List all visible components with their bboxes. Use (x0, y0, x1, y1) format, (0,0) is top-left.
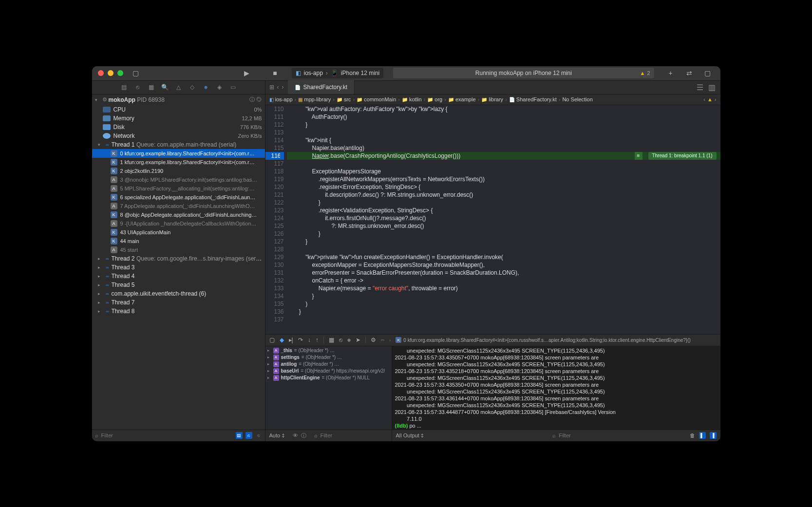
environment-icon[interactable]: ⎈ (347, 337, 351, 343)
thread-4-row[interactable]: ▸⎓Thread 4 (92, 272, 265, 281)
minimap-icon[interactable]: ☰ (697, 83, 703, 92)
thread-5-row[interactable]: ▸⎓Thread 5 (92, 281, 265, 289)
step-into-icon[interactable]: ↓ (308, 337, 311, 343)
variable-row[interactable]: ▸AhttpClientEngine = (ObjHeader *) NULL (267, 375, 390, 381)
run-button-icon[interactable]: ▶ (240, 69, 254, 77)
editor-tab[interactable]: 📄 SharedFactory.kt (288, 80, 355, 94)
stack-frame-3[interactable]: A3 @nonobjc MPLSharedFactory.init(settin… (92, 175, 265, 184)
print-desc-icon[interactable]: ⓘ (301, 432, 306, 439)
filter-toggle-3[interactable]: ⎋ (255, 432, 262, 439)
memory-graph-icon[interactable]: ⎋ (339, 337, 342, 343)
thread-icon[interactable]: ⎓ (381, 337, 384, 343)
network-gauge[interactable]: NetworkZero KB/s (92, 131, 265, 140)
vars-scope-selector[interactable]: Auto ‡ (269, 432, 285, 438)
close-window-button[interactable] (98, 70, 104, 76)
debug-nav-icon[interactable]: ⎈ (202, 84, 209, 91)
clear-console-icon[interactable]: 🗑 (690, 432, 695, 438)
debug-location[interactable]: K0 kfun:org.example.library.SharedFactor… (396, 337, 716, 343)
console-output-selector[interactable]: All Output ‡ (396, 432, 424, 438)
zoom-window-button[interactable] (117, 70, 123, 76)
vars-filter-input[interactable] (321, 432, 388, 438)
forward-icon[interactable]: › (282, 84, 284, 91)
jump-seg-0[interactable]: ◧ios-app (269, 96, 293, 102)
jump-seg-4[interactable]: 📁kotlin (402, 96, 422, 102)
filter-toggle-1[interactable]: ▤ (236, 432, 243, 439)
filter-toggle-2[interactable]: ⎌ (245, 432, 252, 439)
stack-frame-9[interactable]: K43 UIApplicationMain (92, 228, 265, 237)
plus-icon[interactable]: + (664, 69, 678, 77)
navigator-filter-input[interactable] (101, 432, 233, 438)
jump-seg-3[interactable]: 📁commonMain (357, 96, 396, 102)
jump-seg-5[interactable]: 📁org (427, 96, 442, 102)
issues-indicator[interactable]: ▲ 2 (640, 70, 650, 76)
code-editor[interactable]: 1101111121131141151161171181191201211221… (265, 105, 720, 334)
debug-view-icon[interactable]: ▦ (329, 337, 334, 343)
find-nav-icon[interactable]: 🔍 (161, 84, 169, 91)
toggle-left-panel-icon[interactable]: ▢ (129, 69, 143, 77)
hide-debug-icon[interactable]: ▢ (269, 337, 275, 343)
stack-frame-0[interactable]: K0 kfun:org.example.library.SharedFactor… (92, 149, 265, 158)
thread-6-row[interactable]: ▸⎓com.apple.uikit.eventfetch-thread (6) (92, 289, 265, 298)
line-gutter[interactable]: 1101111121131141151161171181191201211221… (265, 105, 287, 334)
symbol-nav-icon[interactable]: ▦ (147, 84, 155, 91)
show-vars-toggle[interactable]: ▌ (699, 432, 706, 439)
stack-frame-4[interactable]: A5 MPLSharedFactory.__allocating_init(se… (92, 184, 265, 193)
variable-row[interactable]: ▸Aantilog = (ObjHeader *) … (267, 361, 390, 368)
prev-issue-icon[interactable]: ‹ (703, 96, 705, 102)
test-nav-icon[interactable]: ◇ (188, 84, 196, 91)
jump-seg-8[interactable]: 📄SharedFactory.kt (509, 96, 557, 102)
disk-gauge[interactable]: Disk776 KB/s (92, 123, 265, 131)
memory-gauge[interactable]: Memory12,2 MB (92, 114, 265, 123)
console-filter-input[interactable] (559, 432, 681, 438)
toggle-right-panel-icon[interactable]: ▢ (701, 69, 715, 77)
jump-seg-7[interactable]: 📁library (481, 96, 503, 102)
thread-1-row[interactable]: ▾⎓Thread 1 Queue: com.apple.main-thread … (92, 140, 265, 149)
stack-frame-5[interactable]: K6 specialized AppDelegate.application(_… (92, 193, 265, 202)
back-icon[interactable]: ‹ (277, 84, 279, 91)
variable-row[interactable]: ▸Asettings = (ObjHeader *) … (267, 354, 390, 361)
jump-seg-1[interactable]: ▦mpp-library (298, 96, 331, 102)
report-nav-icon[interactable]: ▭ (229, 84, 237, 91)
scheme-selector[interactable]: ◧ ios-app › 📱 iPhone 12 mini (292, 68, 384, 78)
breakpoint-nav-icon[interactable]: ◈ (215, 84, 223, 91)
code-content[interactable]: "kw">val authFactory: AuthFactory "kw">b… (287, 105, 720, 334)
variables-view[interactable]: ▸A_this = (ObjHeader *) …▸Asettings = (O… (265, 346, 392, 430)
stack-frame-1[interactable]: K1 kfun:org.example.library.SharedFactor… (92, 158, 265, 167)
step-out-icon[interactable]: ↑ (316, 337, 319, 343)
process-icon[interactable]: ⚙ (371, 337, 376, 343)
warning-icon[interactable]: ▲ (707, 96, 713, 102)
thread-2-row[interactable]: ▸⎓Thread 2 Queue: com.google.fire…s.bina… (92, 254, 265, 263)
stack-frame-10[interactable]: K44 main (92, 237, 265, 245)
location-icon[interactable]: ➤ (356, 337, 360, 343)
variable-row[interactable]: ▸A_this = (ObjHeader *) … (267, 347, 390, 354)
stop-button-icon[interactable]: ■ (268, 69, 282, 77)
jump-seg-2[interactable]: 📁src (337, 96, 351, 102)
stack-frame-6[interactable]: A7 AppDelegate.application(_:didFinishLa… (92, 202, 265, 210)
code-review-icon[interactable]: ⇄ (682, 69, 696, 77)
source-control-nav-icon[interactable]: ⎋ (133, 84, 141, 91)
stack-frame-8[interactable]: A9 -[UIApplication _handleDelegateCallba… (92, 219, 265, 228)
process-row[interactable]: ▾ ⚙ mokoApp PID 68938 ⓘ ◎ (92, 94, 265, 105)
stack-frame-7[interactable]: K8 @objc AppDelegate.application(_:didFi… (92, 210, 265, 219)
adjust-editor-icon[interactable]: ▥ (708, 83, 716, 92)
related-items-icon[interactable]: ⊞ (269, 84, 274, 91)
jump-seg-9[interactable]: No Selection (562, 96, 592, 102)
cpu-gauge[interactable]: CPU0% (92, 105, 265, 114)
continue-icon[interactable]: ▸| (289, 337, 293, 343)
quicklook-icon[interactable]: 👁 (293, 432, 298, 438)
thread-3-row[interactable]: ▸⎓Thread 3 (92, 263, 265, 272)
project-nav-icon[interactable]: ▤ (120, 84, 128, 91)
stack-frame-2[interactable]: K2 objc2kotlin.2190 (92, 167, 265, 175)
jump-seg-6[interactable]: 📁example (448, 96, 476, 102)
disclosure-icon[interactable]: ▾ (95, 97, 101, 102)
show-console-toggle[interactable]: ▐ (710, 432, 717, 439)
step-over-icon[interactable]: ↷ (298, 337, 303, 343)
thread-8-row[interactable]: ▸⎓Thread 8 (92, 307, 265, 316)
issue-nav-icon[interactable]: △ (174, 84, 182, 91)
next-issue-icon[interactable]: › (715, 96, 717, 102)
stack-frame-11[interactable]: A45 start (92, 245, 265, 254)
variable-row[interactable]: ▸AbaseUrl = (ObjHeader *) https://newsap… (267, 368, 390, 375)
breakpoints-toggle-icon[interactable]: ◆ (280, 337, 284, 343)
console-output[interactable]: unexpected: MGScreenClass1125x2436x3x495… (392, 346, 720, 430)
minimize-window-button[interactable] (108, 70, 113, 76)
